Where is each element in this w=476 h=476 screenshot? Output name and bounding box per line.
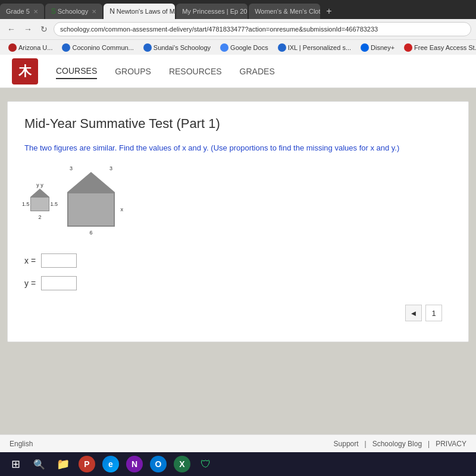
large-dim-top-right: 3 xyxy=(109,165,112,171)
small-roof xyxy=(30,189,49,197)
edge-icon: e xyxy=(102,456,119,472)
bookmark-arizona[interactable]: Arizona U... xyxy=(5,43,56,52)
file-explorer-button[interactable]: 📁 xyxy=(52,455,74,474)
prev-page-button[interactable]: ◄ xyxy=(405,305,422,321)
footer-blog[interactable]: Schoology Blog xyxy=(372,440,422,448)
bookmark-disney[interactable]: Disney+ xyxy=(357,43,398,52)
outlook-button[interactable]: O xyxy=(148,455,169,474)
small-top-label: y y xyxy=(30,182,49,188)
schoology-logo: 木 xyxy=(12,58,38,84)
tab-minecraft[interactable]: My Princesses | Ep 20 | Minecraft ✕ xyxy=(176,4,248,19)
bookmark-googledocs[interactable]: Google Docs xyxy=(217,43,272,52)
url-input[interactable]: schoology.com/common-assessment-delivery… xyxy=(54,22,471,36)
large-dim-top-left: 3 xyxy=(70,165,73,171)
small-dim-right: 1.5 xyxy=(50,201,58,207)
address-bar: ← → ↻ schoology.com/common-assessment-de… xyxy=(0,19,476,39)
bookmark-freeaccess[interactable]: Free Easy Access St... xyxy=(400,43,476,52)
y-input[interactable] xyxy=(41,276,77,290)
excel-button[interactable]: X xyxy=(171,455,193,474)
shield-icon: 🛡 xyxy=(201,458,211,471)
x-input[interactable] xyxy=(41,253,77,268)
nav-grades[interactable]: GRADES xyxy=(240,64,275,79)
reload-button[interactable]: ↻ xyxy=(38,23,50,35)
large-dim-right: x xyxy=(121,206,124,212)
tab-bar: Grade 5 ✕ S Schoology ✕ N Newton's Laws … xyxy=(0,0,476,19)
question-text: The two figures are similar. Find the va… xyxy=(24,143,452,152)
small-dim-left: 1.5 xyxy=(22,201,30,207)
small-dim-bottom: 2 xyxy=(30,214,49,220)
answer-row-y: y = xyxy=(24,276,452,290)
new-tab-button[interactable]: + xyxy=(321,4,336,19)
nav-courses[interactable]: COURSES xyxy=(56,64,97,79)
large-roof xyxy=(67,172,115,192)
figures-container: y y 1.5 1.5 2 xyxy=(30,165,452,237)
page-number[interactable]: 1 xyxy=(425,305,442,321)
tab-schoology[interactable]: S Schoology ✕ xyxy=(45,4,102,19)
tab-clothing[interactable]: Women's & Men's Clothing, Sho... ✕ xyxy=(249,4,320,19)
edge-button[interactable]: e xyxy=(100,455,121,474)
close-icon[interactable]: ✕ xyxy=(33,8,38,15)
small-figure: y y 1.5 1.5 2 xyxy=(30,182,49,220)
x-label: x = xyxy=(24,256,36,265)
onenote-button[interactable]: N xyxy=(124,455,145,474)
footer-support[interactable]: Support xyxy=(334,440,359,448)
page-footer: English Support | Schoology Blog | PRIVA… xyxy=(0,434,476,452)
tab-newton[interactable]: N Newton's Laws of Motion ✕ xyxy=(104,4,175,19)
bookmark-sundais[interactable]: Sundai's Schoology xyxy=(140,43,214,52)
tab-grade5[interactable]: Grade 5 ✕ xyxy=(0,4,44,19)
footer-links: Support | Schoology Blog | PRIVACY xyxy=(334,440,466,448)
close-icon[interactable]: ✕ xyxy=(92,8,96,15)
bookmark-favicon xyxy=(8,43,17,52)
outlook-icon: O xyxy=(150,456,167,472)
y-label: y = xyxy=(24,278,36,288)
bookmark-favicon xyxy=(220,43,228,52)
windows-start-button[interactable]: ⊞ xyxy=(5,455,26,474)
large-figure: 3 3 x 6 xyxy=(67,165,115,237)
test-title: Mid-Year Summative Test (Part 1) xyxy=(24,116,452,131)
windows-icon: ⊞ xyxy=(11,458,20,471)
large-body xyxy=(67,192,115,227)
large-dim-bottom: 6 xyxy=(67,230,115,236)
taskbar: ⊞ 🔍 📁 P e N O X 🛡 xyxy=(0,452,476,476)
back-button[interactable]: ← xyxy=(5,23,18,35)
security-button[interactable]: 🛡 xyxy=(195,455,217,474)
search-icon: 🔍 xyxy=(33,459,45,470)
forward-button[interactable]: → xyxy=(21,23,35,35)
nav-resources[interactable]: RESOURCES xyxy=(169,64,222,79)
schoology-favicon: S xyxy=(51,7,56,15)
footer-language: English xyxy=(10,440,33,448)
answer-row-x: x = xyxy=(24,253,452,268)
bookmarks-bar: Arizona U... Coconino Commun... Sundai's… xyxy=(0,39,476,55)
pagination-area: ◄ 1 xyxy=(24,299,452,327)
search-button[interactable]: 🔍 xyxy=(29,455,50,474)
small-body xyxy=(30,197,49,211)
excel-icon: X xyxy=(174,456,190,472)
nav-menu: COURSES GROUPS RESOURCES GRADES xyxy=(56,64,275,79)
folder-icon: 📁 xyxy=(57,458,70,471)
schoology-header: 木 COURSES GROUPS RESOURCES GRADES xyxy=(0,55,476,88)
powerpoint-icon: P xyxy=(79,456,95,472)
footer-privacy[interactable]: PRIVACY xyxy=(436,440,466,448)
onenote-icon: N xyxy=(126,456,143,472)
main-content: Mid-Year Summative Test (Part 1) The two… xyxy=(7,101,469,342)
bookmark-favicon xyxy=(143,43,152,52)
bookmark-favicon xyxy=(62,43,70,52)
nav-groups[interactable]: GROUPS xyxy=(115,64,151,79)
bookmark-coconino[interactable]: Coconino Commun... xyxy=(58,43,137,52)
bookmark-favicon xyxy=(404,43,412,52)
logo-symbol: 木 xyxy=(18,62,32,80)
bookmark-ixl[interactable]: IXL | Personalized s... xyxy=(274,43,355,52)
bookmark-favicon xyxy=(361,43,369,52)
bookmark-favicon xyxy=(278,43,286,52)
powerpoint-button[interactable]: P xyxy=(76,455,98,474)
newton-favicon: N xyxy=(109,7,115,15)
